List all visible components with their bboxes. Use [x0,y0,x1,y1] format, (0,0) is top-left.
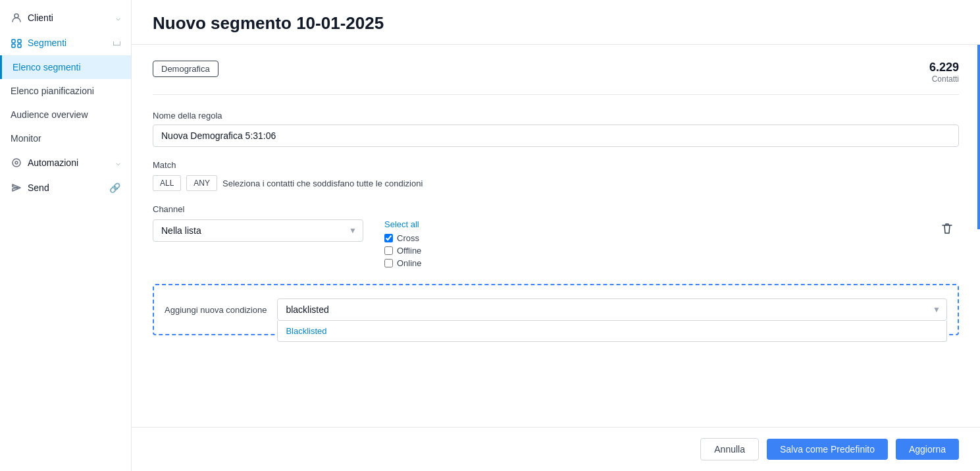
condition-input[interactable] [277,298,947,321]
channel-offline-label: Offline [397,246,421,256]
sidebar-item-monitor[interactable]: Monitor [0,126,131,150]
sidebar-item-elenco-segmenti[interactable]: Elenco segmenti [0,55,131,79]
match-description: Seleziona i contatti che soddisfano tutt… [222,179,423,188]
sidebar: Clienti ⌵ Segmenti ⌴ Elenco segmenti Ele… [0,0,132,471]
sidebar-item-monitor-label: Monitor [11,133,41,144]
channel-online-label: Online [397,258,422,268]
main-content: Nuovo segmento 10-01-2025 Demografica 6.… [132,0,980,471]
cancel-button[interactable]: Annulla [700,438,759,460]
svg-point-6 [15,161,18,164]
channel-label: Channel [153,204,959,214]
chevron-down-icon-automazioni: ⌵ [116,158,120,167]
match-all-button[interactable]: ALL [153,175,181,191]
channel-select[interactable]: Nella lista [153,219,363,242]
channel-offline-checkbox[interactable] [384,246,393,255]
save-default-button[interactable]: Salva come Predefinito [767,439,888,460]
channel-cross-label: Cross [397,233,419,243]
sidebar-item-elenco-pianificazioni[interactable]: Elenco pianificazioni [0,79,131,103]
automazioni-icon [11,157,22,169]
segments-icon [11,37,22,49]
channel-select-wrapper: Nella lista ▼ [153,219,363,242]
svg-rect-4 [18,44,21,47]
contacts-number: 6.229 [929,61,959,74]
channel-online-checkbox[interactable] [384,259,393,267]
sidebar-item-elenco-segmenti-label: Elenco segmenti [13,62,81,72]
sidebar-item-elenco-pianificazioni-label: Elenco pianificazioni [11,86,94,96]
sidebar-item-audience-overview-label: Audience overview [11,109,88,120]
sidebar-item-automazioni-label: Automazioni [28,157,78,168]
chevron-down-icon: ⌵ [116,13,120,22]
add-condition-row: Aggiungi nuova condizione ▼ Blacklisted [165,298,947,321]
svg-rect-3 [12,44,15,47]
sidebar-item-audience-overview[interactable]: Audience overview [0,103,131,126]
update-button[interactable]: Aggiorna [896,439,959,460]
match-section: Match ALL ANY Seleziona i contatti che s… [153,160,959,191]
select-all-link[interactable]: Select all [384,219,422,229]
rule-name-label: Nome della regola [153,111,959,121]
add-condition-label: Aggiungi nuova condizione [165,305,267,315]
channel-cross-checkbox[interactable] [384,234,393,242]
sidebar-item-send[interactable]: Send 🔗 [0,175,131,200]
channel-full-row: Nella lista ▼ Select all Cross [153,219,959,271]
channel-online-item[interactable]: Online [384,258,422,268]
channel-left: Nella lista ▼ Select all Cross [153,219,935,271]
channel-row: Nella lista ▼ Select all Cross [153,219,935,271]
rule-name-input[interactable] [153,125,959,147]
delete-rule-button[interactable] [935,219,959,241]
send-icon [11,182,22,194]
demografica-button[interactable]: Demografica [153,61,219,77]
content-area: Demografica 6.229 Contatti Nome della re… [132,45,980,427]
rule-name-group: Nome della regola [153,111,959,147]
sidebar-item-send-label: Send [28,182,49,193]
sidebar-item-automazioni[interactable]: Automazioni ⌵ [0,150,131,175]
svg-rect-1 [12,40,15,43]
add-condition-wrapper: Aggiungi nuova condizione ▼ Blacklisted [153,284,959,335]
trash-icon [941,222,954,235]
footer-bar: Annulla Salva come Predefinito Aggiorna [132,427,980,471]
top-bar: Demografica 6.229 Contatti [153,61,959,95]
contacts-label: Contatti [929,74,959,84]
channel-options: Select all Cross Offline O [384,219,422,271]
channel-section: Channel Nella lista ▼ Select all [153,204,959,271]
channel-cross-item[interactable]: Cross [384,233,422,243]
condition-select-wrapper: ▼ Blacklisted [277,298,947,321]
condition-dropdown-blacklisted[interactable]: Blacklisted [278,321,946,341]
channel-offline-item[interactable]: Offline [384,246,422,256]
sidebar-item-clienti-label: Clienti [28,13,53,23]
match-label: Match [153,160,959,170]
chevron-up-icon: ⌴ [113,38,120,47]
page-header: Nuovo segmento 10-01-2025 [132,0,980,45]
page-title: Nuovo segmento 10-01-2025 [153,13,959,34]
scroll-indicator [977,45,980,229]
sidebar-item-segmenti[interactable]: Segmenti ⌴ [0,30,131,55]
sidebar-item-segmenti-label: Segmenti [28,38,66,48]
svg-point-0 [14,14,18,18]
contacts-count: 6.229 Contatti [929,61,959,84]
match-any-button[interactable]: ANY [186,175,217,191]
link-icon: 🔗 [109,182,120,193]
condition-dropdown: Blacklisted [277,321,947,342]
svg-point-5 [13,159,20,167]
svg-rect-2 [18,40,21,43]
user-icon [11,12,22,24]
sidebar-item-clienti[interactable]: Clienti ⌵ [0,5,131,30]
match-row: ALL ANY Seleziona i contatti che soddisf… [153,175,959,191]
